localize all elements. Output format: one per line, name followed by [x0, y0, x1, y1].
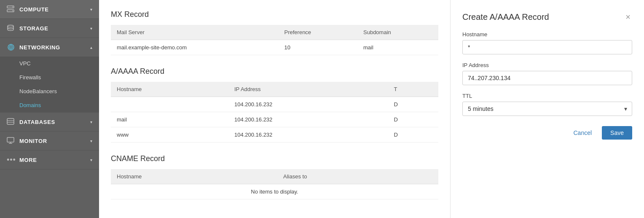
server-icon — [7, 5, 15, 13]
sidebar-item-firewalls[interactable]: Firewalls — [0, 70, 99, 84]
aaaaa-ttl-0: D — [388, 97, 438, 112]
ip-address-group: IP Address — [462, 62, 632, 85]
aaaaa-col-ttl: T — [388, 82, 438, 97]
form-actions: Cancel Save — [462, 126, 632, 140]
sidebar-section-monitor: MONITOR ▾ — [0, 132, 99, 151]
sidebar-item-storage-label: STORAGE — [19, 25, 86, 32]
cancel-button[interactable]: Cancel — [567, 126, 598, 140]
networking-subitems: VPC Firewalls NodeBalancers Domains — [0, 57, 99, 112]
mx-mail-server: mail.example-site-demo.com — [111, 40, 279, 55]
mx-subdomain: mail — [357, 40, 438, 55]
monitor-icon — [7, 137, 15, 145]
aaaaa-ip-0: 104.200.16.232 — [228, 97, 388, 112]
table-row: 104.200.16.232 D — [111, 97, 438, 112]
sidebar-item-nodebalancers[interactable]: NodeBalancers — [0, 84, 99, 98]
panel-title: Create A/AAAA Record — [462, 12, 549, 22]
aaaaa-hostname-1: mail — [111, 112, 228, 127]
table-row: mail 104.200.16.232 D — [111, 112, 438, 127]
aaaaa-ip-2: 104.200.16.232 — [228, 127, 388, 143]
ttl-select[interactable]: 5 minutes 30 minutes 1 hour 2 hours 4 ho… — [462, 102, 632, 116]
main-content: MX Record Mail Server Preference Subdoma… — [99, 0, 450, 218]
svg-point-2 — [12, 7, 13, 8]
database-icon — [7, 118, 15, 126]
cname-record-section: CNAME Record Hostname Aliases to No item… — [111, 154, 438, 199]
chevron-down-icon: ▾ — [90, 139, 92, 143]
more-icon: ••• — [7, 156, 15, 164]
mx-col-subdomain: Subdomain — [357, 25, 438, 40]
close-button[interactable]: × — [624, 12, 632, 22]
ttl-group: TTL 5 minutes 30 minutes 1 hour 2 hours … — [462, 93, 632, 116]
sidebar: COMPUTE ▾ STORAGE ▾ — [0, 0, 99, 218]
ttl-select-wrapper: 5 minutes 30 minutes 1 hour 2 hours 4 ho… — [462, 102, 632, 116]
cname-col-aliases: Aliases to — [277, 169, 438, 184]
save-button[interactable]: Save — [602, 126, 632, 140]
sidebar-item-domains[interactable]: Domains — [0, 98, 99, 112]
sidebar-item-networking[interactable]: NETWORKING ▴ — [0, 38, 99, 57]
mx-record-table: Mail Server Preference Subdomain mail.ex… — [111, 25, 438, 55]
sidebar-item-databases-label: DATABASES — [19, 119, 86, 125]
sidebar-section-databases: DATABASES ▾ — [0, 113, 99, 132]
chevron-down-icon: ▾ — [90, 120, 92, 124]
sidebar-item-monitor-label: MONITOR — [19, 138, 86, 144]
sidebar-section-compute: COMPUTE ▾ — [0, 0, 99, 19]
hostname-label: Hostname — [462, 31, 632, 38]
aaaaa-ttl-2: D — [388, 127, 438, 143]
sidebar-section-networking: NETWORKING ▴ VPC Firewalls NodeBalancers… — [0, 38, 99, 113]
sidebar-item-compute-label: COMPUTE — [19, 6, 86, 13]
svg-rect-9 — [7, 118, 14, 124]
hostname-input[interactable] — [462, 40, 632, 54]
sidebar-section-storage: STORAGE ▾ — [0, 19, 99, 38]
create-record-panel: Create A/AAAA Record × Hostname IP Addre… — [450, 0, 644, 218]
sidebar-section-more: ••• MORE ▾ — [0, 151, 99, 170]
mx-col-mail-server: Mail Server — [111, 25, 279, 40]
storage-icon — [7, 24, 15, 32]
svg-rect-12 — [7, 137, 14, 142]
sidebar-item-more[interactable]: ••• MORE ▾ — [0, 151, 99, 169]
ip-address-label: IP Address — [462, 62, 632, 68]
chevron-up-icon: ▴ — [90, 45, 92, 50]
ttl-label: TTL — [462, 93, 632, 99]
panel-header: Create A/AAAA Record × — [462, 12, 632, 22]
aaaaa-record-section: A/AAAA Record Hostname IP Address T 104.… — [111, 67, 438, 143]
chevron-down-icon: ▾ — [90, 158, 92, 162]
svg-point-4 — [8, 25, 13, 27]
chevron-down-icon: ▾ — [90, 26, 92, 31]
cname-record-title: CNAME Record — [111, 154, 438, 163]
table-row: No items to display. — [111, 184, 438, 199]
aaaaa-hostname-2: www — [111, 127, 228, 143]
sidebar-item-monitor[interactable]: MONITOR ▾ — [0, 132, 99, 150]
aaaaa-record-title: A/AAAA Record — [111, 67, 438, 76]
mx-record-title: MX Record — [111, 10, 438, 19]
sidebar-item-more-label: MORE — [19, 157, 86, 163]
aaaaa-hostname-0 — [111, 97, 228, 112]
sidebar-item-databases[interactable]: DATABASES ▾ — [0, 113, 99, 131]
cname-col-hostname: Hostname — [111, 169, 277, 184]
aaaaa-col-hostname: Hostname — [111, 82, 228, 97]
aaaaa-ttl-1: D — [388, 112, 438, 127]
aaaaa-record-table: Hostname IP Address T 104.200.16.232 D m… — [111, 82, 438, 143]
cname-record-table: Hostname Aliases to No items to display. — [111, 169, 438, 199]
chevron-down-icon: ▾ — [90, 7, 92, 12]
mx-preference: 10 — [279, 40, 358, 55]
table-row: www 104.200.16.232 D — [111, 127, 438, 143]
aaaaa-ip-1: 104.200.16.232 — [228, 112, 388, 127]
aaaaa-col-ip: IP Address — [228, 82, 388, 97]
hostname-group: Hostname — [462, 31, 632, 54]
sidebar-item-networking-label: NETWORKING — [19, 44, 86, 51]
mx-record-section: MX Record Mail Server Preference Subdoma… — [111, 10, 438, 55]
sidebar-item-vpc[interactable]: VPC — [0, 57, 99, 70]
cname-no-items: No items to display. — [111, 184, 438, 199]
table-row: mail.example-site-demo.com 10 mail — [111, 40, 438, 55]
svg-point-3 — [12, 11, 13, 11]
ip-address-input[interactable] — [462, 71, 632, 85]
mx-col-preference: Preference — [279, 25, 358, 40]
sidebar-item-storage[interactable]: STORAGE ▾ — [0, 19, 99, 38]
networking-icon — [7, 43, 15, 51]
sidebar-item-compute[interactable]: COMPUTE ▾ — [0, 0, 99, 19]
